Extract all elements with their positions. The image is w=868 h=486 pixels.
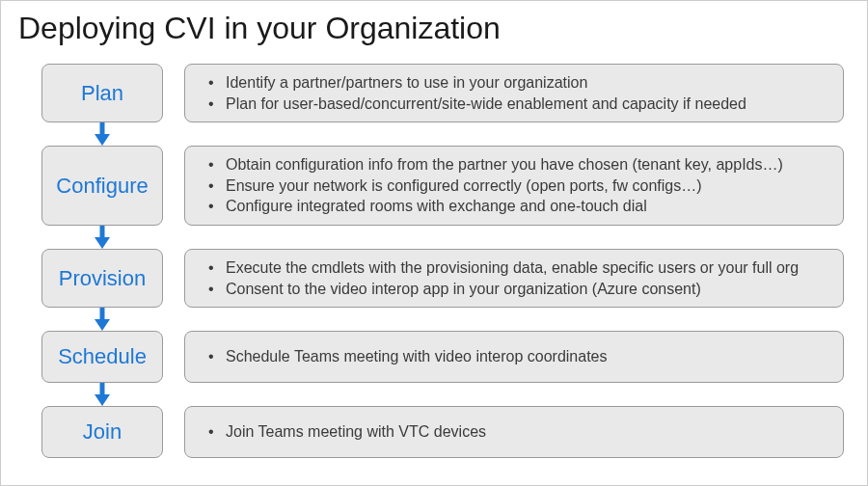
list-item: Join Teams meeting with VTC devices bbox=[199, 421, 833, 443]
list-item: Execute the cmdlets with the provisionin… bbox=[199, 257, 833, 279]
step-details-provision: Execute the cmdlets with the provisionin… bbox=[184, 249, 844, 308]
arrow-connector bbox=[16, 226, 852, 249]
arrow-connector bbox=[16, 308, 852, 331]
step-label-schedule: Schedule bbox=[41, 331, 163, 383]
down-arrow-icon bbox=[92, 308, 113, 331]
step-label-provision: Provision bbox=[41, 249, 163, 308]
list-item: Plan for user-based/concurrent/site-wide… bbox=[199, 94, 833, 115]
down-arrow-icon bbox=[92, 226, 113, 249]
svg-marker-5 bbox=[95, 319, 110, 331]
step-row-schedule: Schedule Schedule Teams meeting with vid… bbox=[16, 331, 852, 383]
step-details-join: Join Teams meeting with VTC devices bbox=[184, 406, 844, 458]
step-label-join: Join bbox=[41, 406, 163, 458]
list-item: Schedule Teams meeting with video intero… bbox=[199, 346, 833, 367]
page-title: Deploying CVI in your Organization bbox=[16, 11, 852, 46]
deployment-flow-diagram: Plan Identify a partner/partners to use … bbox=[16, 64, 852, 458]
step-label-plan: Plan bbox=[41, 64, 163, 122]
list-item: Configure integrated rooms with exchange… bbox=[199, 196, 833, 217]
step-row-configure: Configure Obtain configuration info from… bbox=[16, 146, 852, 226]
down-arrow-icon bbox=[92, 383, 113, 406]
list-item: Ensure your network is configured correc… bbox=[199, 176, 833, 197]
list-item: Obtain configuration info from the partn… bbox=[199, 154, 833, 176]
svg-marker-3 bbox=[95, 237, 110, 249]
step-row-provision: Provision Execute the cmdlets with the p… bbox=[16, 249, 852, 308]
step-label-configure: Configure bbox=[41, 146, 163, 226]
step-row-plan: Plan Identify a partner/partners to use … bbox=[16, 64, 852, 122]
down-arrow-icon bbox=[92, 122, 113, 146]
arrow-connector bbox=[16, 383, 852, 406]
step-details-schedule: Schedule Teams meeting with video intero… bbox=[184, 331, 844, 383]
list-item: Consent to the video interop app in your… bbox=[199, 279, 833, 300]
step-details-configure: Obtain configuration info from the partn… bbox=[184, 146, 844, 226]
svg-marker-1 bbox=[95, 134, 110, 146]
svg-marker-7 bbox=[95, 394, 110, 406]
step-details-plan: Identify a partner/partners to use in yo… bbox=[184, 64, 844, 122]
arrow-connector bbox=[16, 122, 852, 146]
step-row-join: Join Join Teams meeting with VTC devices bbox=[16, 406, 852, 458]
list-item: Identify a partner/partners to use in yo… bbox=[199, 72, 833, 94]
